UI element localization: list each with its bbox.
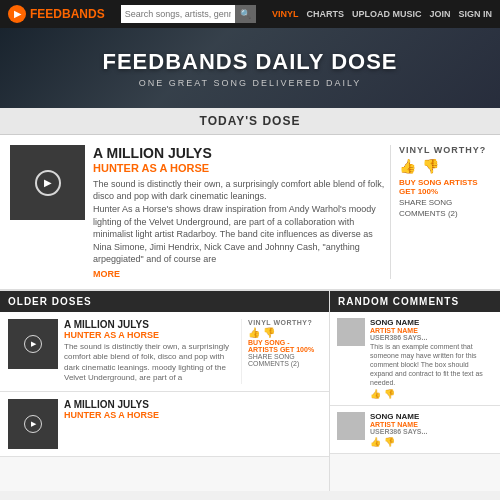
hero-section: FEEDBANDS DAILY DOSE ONE GREAT SONG DELI…: [0, 28, 500, 108]
main-song-title: A MILLION JULYS: [93, 145, 390, 162]
main-artist-name: HUNTER AS A HORSE: [93, 162, 390, 174]
share-song-link[interactable]: SHARE SONG: [399, 198, 490, 207]
older-vinyl-label: VINYL WORTHY?: [248, 319, 321, 326]
comment-actions: 👍 👎: [370, 437, 493, 447]
older-doses-section: OLDER DOSES ▶ A MILLION JULYS HUNTER AS …: [0, 291, 330, 491]
comment-thumbs-down[interactable]: 👎: [384, 389, 395, 399]
older-song-title: A MILLION JULYS: [64, 399, 321, 410]
nav-join[interactable]: JOIN: [429, 9, 450, 19]
older-play-button[interactable]: ▶: [24, 335, 42, 353]
main-song-desc: The sound is distinctly their own, a sur…: [93, 178, 390, 203]
search-input[interactable]: [121, 5, 235, 23]
hero-subtitle: ONE GREAT SONG DELIVERED DAILY: [102, 78, 397, 88]
older-buy-link[interactable]: BUY SONG - ARTISTS GET 100%: [248, 339, 321, 353]
main-dose-section: ▶ A MILLION JULYS HUNTER AS A HORSE The …: [0, 135, 500, 291]
comment-thumbs-up[interactable]: 👍: [370, 389, 381, 399]
comment-song-name: SONG NAME: [370, 412, 493, 421]
older-thumbnail: ▶: [8, 319, 58, 369]
thumbs-down-icon[interactable]: 👎: [422, 158, 439, 174]
comment-item: SONG NAME ARTIST NAME USER386 SAYS... Th…: [330, 312, 500, 406]
comment-avatar: [337, 412, 365, 440]
older-desc: The sound is distinctly their own, a sur…: [64, 342, 235, 384]
comments-link[interactable]: COMMENTS (2): [399, 209, 490, 218]
comment-user: USER386 SAYS...: [370, 334, 493, 341]
older-share-link[interactable]: SHARE SONG: [248, 353, 321, 360]
nav-vinyl[interactable]: VINYL: [272, 9, 299, 19]
older-doses-header: OLDER DOSES: [0, 291, 329, 312]
todays-dose-banner: TODAY'S DOSE: [0, 108, 500, 135]
older-artist-name: HUNTER AS A HORSE: [64, 330, 235, 340]
main-song-desc2: Hunter As a Horse's shows draw inspirati…: [93, 203, 390, 266]
older-dose-item: ▶ A MILLION JULYS HUNTER AS A HORSE The …: [0, 312, 329, 392]
comment-item: SONG NAME ARTIST NAME USER386 SAYS... 👍 …: [330, 406, 500, 454]
nav-charts[interactable]: CHARTS: [306, 9, 344, 19]
main-play-button[interactable]: ▶: [35, 170, 61, 196]
buy-song-link[interactable]: BUY SONG ARTISTS GET 100%: [399, 178, 490, 196]
older-song-title: A MILLION JULYS: [64, 319, 235, 330]
comment-thumbs-up[interactable]: 👍: [370, 437, 381, 447]
random-comments-section: RANDOM COMMENTS SONG NAME ARTIST NAME US…: [330, 291, 500, 491]
comment-thumbs-down[interactable]: 👎: [384, 437, 395, 447]
vinyl-actions: BUY SONG ARTISTS GET 100% SHARE SONG COM…: [399, 178, 490, 218]
logo-text: FEEDBANDS: [30, 7, 105, 21]
vinyl-worthy-label: VINYL WORTHY?: [399, 145, 490, 155]
comment-user: USER386 SAYS...: [370, 428, 493, 435]
comment-actions: 👍 👎: [370, 389, 493, 399]
comment-song-name: SONG NAME: [370, 318, 493, 327]
older-vinyl-panel: VINYL WORTHY? 👍 👎 BUY SONG - ARTISTS GET…: [241, 319, 321, 384]
bottom-section: OLDER DOSES ▶ A MILLION JULYS HUNTER AS …: [0, 291, 500, 491]
older-dose-item: ▶ A MILLION JULYS HUNTER AS A HORSE: [0, 392, 329, 457]
hero-title: FEEDBANDS DAILY DOSE: [102, 49, 397, 75]
comment-avatar: [337, 318, 365, 346]
thumbs-up-icon[interactable]: 👍: [399, 158, 416, 174]
nav-upload[interactable]: UPLOAD MUSIC: [352, 9, 422, 19]
logo: ▶ FEEDBANDS: [8, 5, 105, 23]
nav-links: VINYL CHARTS UPLOAD MUSIC JOIN SIGN IN: [272, 9, 492, 19]
older-play-button[interactable]: ▶: [24, 415, 42, 433]
older-thumbs: 👍 👎: [248, 327, 321, 338]
older-info: A MILLION JULYS HUNTER AS A HORSE The so…: [64, 319, 235, 384]
older-thumbs-down[interactable]: 👎: [263, 327, 275, 338]
search-button[interactable]: 🔍: [235, 5, 256, 23]
logo-icon: ▶: [8, 5, 26, 23]
older-thumbnail: ▶: [8, 399, 58, 449]
vinyl-thumbs: 👍 👎: [399, 158, 490, 174]
older-artist-name: HUNTER AS A HORSE: [64, 410, 321, 420]
older-thumbs-up[interactable]: 👍: [248, 327, 260, 338]
nav-signin[interactable]: SIGN IN: [458, 9, 492, 19]
comment-artist-name: ARTIST NAME: [370, 421, 493, 428]
comment-artist-name: ARTIST NAME: [370, 327, 493, 334]
main-more-link[interactable]: MORE: [93, 269, 390, 279]
main-dose-right: VINYL WORTHY? 👍 👎 BUY SONG ARTISTS GET 1…: [390, 145, 490, 279]
older-info: A MILLION JULYS HUNTER AS A HORSE: [64, 399, 321, 449]
comment-body: SONG NAME ARTIST NAME USER386 SAYS... Th…: [370, 318, 493, 399]
main-dose-left: ▶ A MILLION JULYS HUNTER AS A HORSE The …: [10, 145, 390, 279]
main-dose-thumbnail: ▶: [10, 145, 85, 220]
main-dose-info: A MILLION JULYS HUNTER AS A HORSE The so…: [93, 145, 390, 279]
older-comments-link[interactable]: COMMENTS (2): [248, 360, 321, 367]
comment-text: This is an example comment that someone …: [370, 342, 493, 387]
comment-body: SONG NAME ARTIST NAME USER386 SAYS... 👍 …: [370, 412, 493, 447]
random-comments-header: RANDOM COMMENTS: [330, 291, 500, 312]
navbar: ▶ FEEDBANDS 🔍 VINYL CHARTS UPLOAD MUSIC …: [0, 0, 500, 28]
search-bar: 🔍: [121, 5, 256, 23]
